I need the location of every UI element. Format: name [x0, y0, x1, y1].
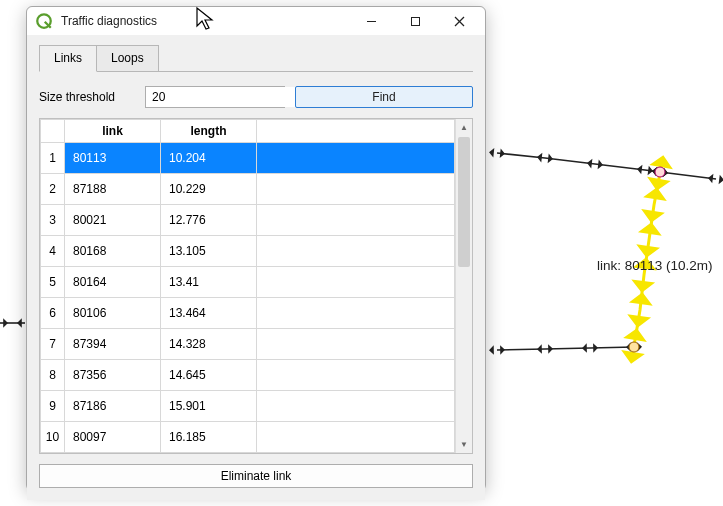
- cell-blank: [257, 205, 455, 236]
- column-header-length[interactable]: length: [161, 120, 257, 143]
- maximize-button[interactable]: [393, 7, 437, 35]
- cell-link[interactable]: 87188: [65, 174, 161, 205]
- table-row[interactable]: 78739414.328: [41, 329, 455, 360]
- row-number[interactable]: 9: [41, 391, 65, 422]
- column-header-link[interactable]: link: [65, 120, 161, 143]
- scrollbar-thumb[interactable]: [458, 137, 470, 267]
- tab-bar: Links Loops: [39, 45, 473, 72]
- table-row[interactable]: 28718810.229: [41, 174, 455, 205]
- cell-length[interactable]: 12.776: [161, 205, 257, 236]
- table-row[interactable]: 58016413.41: [41, 267, 455, 298]
- table-scrollbar[interactable]: ▲ ▼: [455, 119, 472, 453]
- size-threshold-input[interactable]: [146, 87, 308, 107]
- cell-length[interactable]: 16.185: [161, 422, 257, 453]
- qgis-icon: [35, 12, 53, 30]
- find-button[interactable]: Find: [295, 86, 473, 108]
- cell-length[interactable]: 13.464: [161, 298, 257, 329]
- row-number[interactable]: 2: [41, 174, 65, 205]
- row-number[interactable]: 1: [41, 143, 65, 174]
- cell-blank: [257, 360, 455, 391]
- table-row[interactable]: 18011310.204: [41, 143, 455, 174]
- cell-link[interactable]: 80097: [65, 422, 161, 453]
- map-node[interactable]: [655, 167, 665, 177]
- map-edge: [497, 153, 660, 172]
- cell-length[interactable]: 15.901: [161, 391, 257, 422]
- table-row[interactable]: 98718615.901: [41, 391, 455, 422]
- cell-length[interactable]: 10.204: [161, 143, 257, 174]
- scroll-down-button[interactable]: ▼: [456, 436, 472, 453]
- cell-blank: [257, 143, 455, 174]
- cell-blank: [257, 391, 455, 422]
- row-number[interactable]: 3: [41, 205, 65, 236]
- cell-length[interactable]: 13.105: [161, 236, 257, 267]
- cell-link[interactable]: 80106: [65, 298, 161, 329]
- cell-link[interactable]: 87394: [65, 329, 161, 360]
- cell-link[interactable]: 80113: [65, 143, 161, 174]
- map-edge: [497, 347, 634, 350]
- row-number[interactable]: 7: [41, 329, 65, 360]
- cell-blank: [257, 174, 455, 205]
- minimize-button[interactable]: [349, 7, 393, 35]
- cell-blank: [257, 267, 455, 298]
- cell-blank: [257, 236, 455, 267]
- cell-link[interactable]: 80021: [65, 205, 161, 236]
- tab-loops[interactable]: Loops: [97, 45, 159, 72]
- cell-length[interactable]: 14.328: [161, 329, 257, 360]
- table-row[interactable]: 108009716.185: [41, 422, 455, 453]
- scroll-up-button[interactable]: ▲: [456, 119, 472, 136]
- cell-length[interactable]: 10.229: [161, 174, 257, 205]
- row-number[interactable]: 6: [41, 298, 65, 329]
- titlebar[interactable]: Traffic diagnostics: [27, 7, 485, 35]
- links-table[interactable]: link length 18011310.20428718810.2293800…: [40, 119, 455, 453]
- tab-links[interactable]: Links: [39, 45, 97, 72]
- eliminate-link-button[interactable]: Eliminate link: [39, 464, 473, 488]
- map-node[interactable]: [629, 342, 639, 352]
- row-number[interactable]: 8: [41, 360, 65, 391]
- size-threshold-spinbox[interactable]: ▲ ▼: [145, 86, 285, 108]
- table-row[interactable]: 48016813.105: [41, 236, 455, 267]
- traffic-diagnostics-dialog: Traffic diagnostics Links Loops Size thr…: [26, 6, 486, 491]
- map-tooltip: link: 80113 (10.2m): [597, 258, 713, 273]
- table-row[interactable]: 38002112.776: [41, 205, 455, 236]
- cell-link[interactable]: 87186: [65, 391, 161, 422]
- map-edge: [660, 172, 716, 179]
- cell-link[interactable]: 80168: [65, 236, 161, 267]
- cell-blank: [257, 422, 455, 453]
- table-row[interactable]: 88735614.645: [41, 360, 455, 391]
- row-number[interactable]: 10: [41, 422, 65, 453]
- cell-length[interactable]: 14.645: [161, 360, 257, 391]
- column-header-blank: [257, 120, 455, 143]
- row-number[interactable]: 5: [41, 267, 65, 298]
- cell-blank: [257, 298, 455, 329]
- row-number[interactable]: 4: [41, 236, 65, 267]
- cell-length[interactable]: 13.41: [161, 267, 257, 298]
- table-row[interactable]: 68010613.464: [41, 298, 455, 329]
- svg-rect-3: [411, 17, 419, 25]
- cell-link[interactable]: 80164: [65, 267, 161, 298]
- window-title: Traffic diagnostics: [61, 14, 349, 28]
- cell-link[interactable]: 87356: [65, 360, 161, 391]
- size-threshold-label: Size threshold: [39, 90, 115, 104]
- close-button[interactable]: [437, 7, 481, 35]
- cell-blank: [257, 329, 455, 360]
- row-header-corner[interactable]: [41, 120, 65, 143]
